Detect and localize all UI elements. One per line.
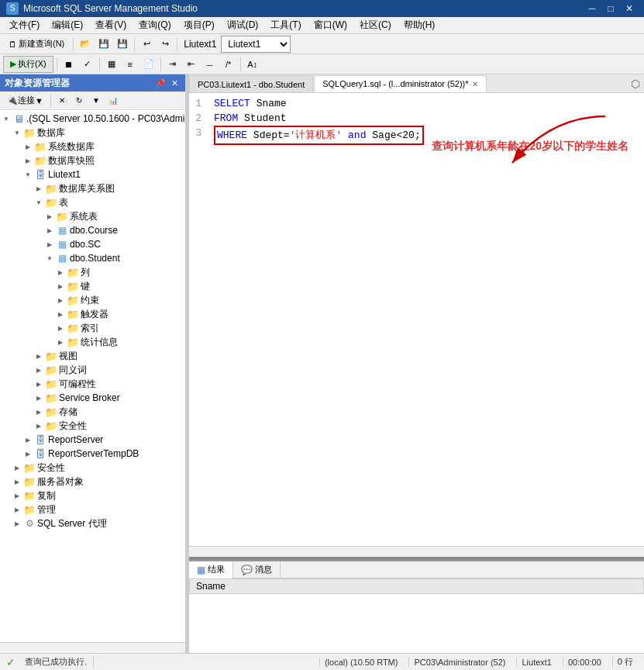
editor-content[interactable]: 1 2 3 SELECT Sname FROM Student [189,93,644,546]
uncomment-button[interactable]: /* [220,56,237,73]
oe-close-button[interactable]: ✕ [168,77,181,89]
oe-connect-button[interactable]: 🔌 连接 ▼ [3,93,47,109]
close-button[interactable]: ✕ [621,0,638,17]
tree-item-programmability[interactable]: ▶📁可编程性 [0,377,185,391]
tree-toggle-service_broker[interactable]: ▶ [33,392,45,404]
results-text-button[interactable]: ≡ [122,56,139,73]
save-all-button[interactable]: 💾 [114,36,131,53]
tree-item-statistics[interactable]: ▶📁统计信息 [0,335,185,349]
tree-item-service_broker[interactable]: ▶📁Service Broker [0,391,185,405]
tree-toggle-keys[interactable]: ▶ [54,280,67,292]
tree-toggle-databases[interactable]: ▼ [11,126,23,139]
new-query-button[interactable]: 🗒 新建查询(N) [3,36,70,53]
tree-item-system_tables[interactable]: ▶📁系统表 [0,209,185,223]
menu-debug[interactable]: 调试(D) [221,17,265,33]
tree-item-security2[interactable]: ▶📁安全性 [0,419,185,433]
oe-refresh-button[interactable]: ↻ [71,93,87,109]
tree-item-sql_agent[interactable]: ▶⚙SQL Server 代理 [0,516,185,530]
menu-community[interactable]: 社区(C) [353,17,398,33]
tree-item-system_dbs[interactable]: ▶📁系统数据库 [0,140,185,154]
tree-toggle-report_server[interactable]: ▶ [22,433,34,446]
tree-item-course[interactable]: ▶▦dbo.Course [0,223,185,237]
tree-item-storage[interactable]: ▶📁存储 [0,405,185,419]
oe-report-button[interactable]: 📊 [105,93,121,109]
menu-query[interactable]: 查询(Q) [133,17,177,33]
tree-toggle-security[interactable]: ▶ [11,461,23,474]
menu-window[interactable]: 窗口(W) [308,17,353,33]
tree-item-synonyms[interactable]: ▶📁同义词 [0,363,185,377]
execute-button[interactable]: ▶ 执行(X) [3,56,53,73]
tree-toggle-constraints[interactable]: ▶ [54,294,67,306]
parse-button[interactable]: ✓ [79,56,96,73]
results-file-button[interactable]: 📄 [140,56,157,73]
tree-toggle-programmability[interactable]: ▶ [33,378,45,390]
oe-pin-button[interactable]: 📌 [154,77,167,89]
tree-toggle-server[interactable]: ▼ [0,112,12,125]
tree-toggle-replication[interactable]: ▶ [11,489,23,502]
tree-toggle-course[interactable]: ▶ [43,224,56,237]
tree-item-server_objects[interactable]: ▶📁服务器对象 [0,475,185,489]
tree-item-management[interactable]: ▶📁管理 [0,502,185,516]
tree-item-sc[interactable]: ▶▦dbo.SC [0,237,185,251]
menu-file[interactable]: 文件(F) [3,17,46,33]
menu-project[interactable]: 项目(P) [177,17,221,33]
tree-toggle-system_tables[interactable]: ▶ [43,210,56,223]
tree-toggle-triggers[interactable]: ▶ [54,308,67,320]
tree-item-tables[interactable]: ▼📁表 [0,195,185,209]
results-tab-messages[interactable]: 💬 消息 [233,561,281,578]
tree-item-databases[interactable]: ▼📁数据库 [0,126,185,140]
results-content[interactable]: Sname [189,578,644,653]
tree-toggle-statistics[interactable]: ▶ [54,336,67,348]
redo-button[interactable]: ↪ [157,36,174,53]
tree-item-db_diagrams[interactable]: ▶📁数据库关系图 [0,181,185,195]
outdent-button[interactable]: ⇤ [183,56,200,73]
tab-sqlquery[interactable]: SQLQuery1.sql - (l...dministrator (52))*… [314,75,486,92]
comment-button[interactable]: -- [201,56,219,73]
tree-toggle-liutext1[interactable]: ▼ [22,168,34,181]
tree-item-constraints[interactable]: ▶📁约束 [0,293,185,307]
menu-view[interactable]: 查看(V) [89,17,133,33]
menu-tools[interactable]: 工具(T) [264,17,307,33]
tab-float-button[interactable]: ⬡ [627,75,644,92]
tree-toggle-server_objects[interactable]: ▶ [11,475,23,488]
tree-toggle-synonyms[interactable]: ▶ [33,364,45,376]
tree-toggle-sc[interactable]: ▶ [43,238,56,250]
font-button[interactable]: A↕ [244,56,261,73]
connection-dropdown[interactable]: Liutext1 [221,36,291,53]
stop-button[interactable]: ⏹ [60,56,77,73]
menu-edit[interactable]: 编辑(E) [46,17,89,33]
tree-item-keys[interactable]: ▶📁键 [0,279,185,293]
tree-toggle-db_snapshots[interactable]: ▶ [22,154,34,167]
tree-item-db_snapshots[interactable]: ▶📁数据库快照 [0,154,185,168]
minimize-button[interactable]: ─ [584,0,601,17]
object-tree[interactable]: ▼🖥.(SQL Server 10.50.1600 - PC03\Adminis… [0,110,185,642]
tree-toggle-management[interactable]: ▶ [11,503,23,516]
tree-item-views[interactable]: ▶📁视图 [0,349,185,363]
tree-item-replication[interactable]: ▶📁复制 [0,489,185,502]
tree-item-indexes[interactable]: ▶📁索引 [0,321,185,335]
oe-hscroll[interactable] [0,642,185,653]
tree-toggle-student[interactable]: ▼ [43,252,56,264]
save-button[interactable]: 💾 [95,36,112,53]
indent-button[interactable]: ⇥ [164,56,181,73]
menu-help[interactable]: 帮助(H) [398,17,442,33]
tree-toggle-db_diagrams[interactable]: ▶ [33,182,45,195]
tree-toggle-storage[interactable]: ▶ [33,406,45,418]
tab-student[interactable]: PC03.Liutext1 - dbo.Student [189,75,313,92]
tree-item-columns[interactable]: ▶📁列 [0,265,185,279]
tree-item-security[interactable]: ▶📁安全性 [0,461,185,475]
tree-toggle-security2[interactable]: ▶ [33,420,45,432]
tree-toggle-columns[interactable]: ▶ [54,266,67,278]
tree-toggle-indexes[interactable]: ▶ [54,322,67,334]
tree-item-server[interactable]: ▼🖥.(SQL Server 10.50.1600 - PC03\Adminis… [0,112,185,126]
tree-toggle-views[interactable]: ▶ [33,350,45,362]
tree-toggle-tables[interactable]: ▼ [33,196,45,209]
maximize-button[interactable]: □ [602,0,619,17]
tree-item-student[interactable]: ▼▦dbo.Student [0,251,185,265]
tree-toggle-system_dbs[interactable]: ▶ [22,140,34,153]
tree-item-liutext1[interactable]: ▼🗄Liutext1 [0,168,185,181]
tree-toggle-sql_agent[interactable]: ▶ [11,517,23,530]
tree-item-triggers[interactable]: ▶📁触发器 [0,307,185,321]
tree-item-report_server[interactable]: ▶🗄ReportServer [0,433,185,447]
open-button[interactable]: 📂 [77,36,94,53]
